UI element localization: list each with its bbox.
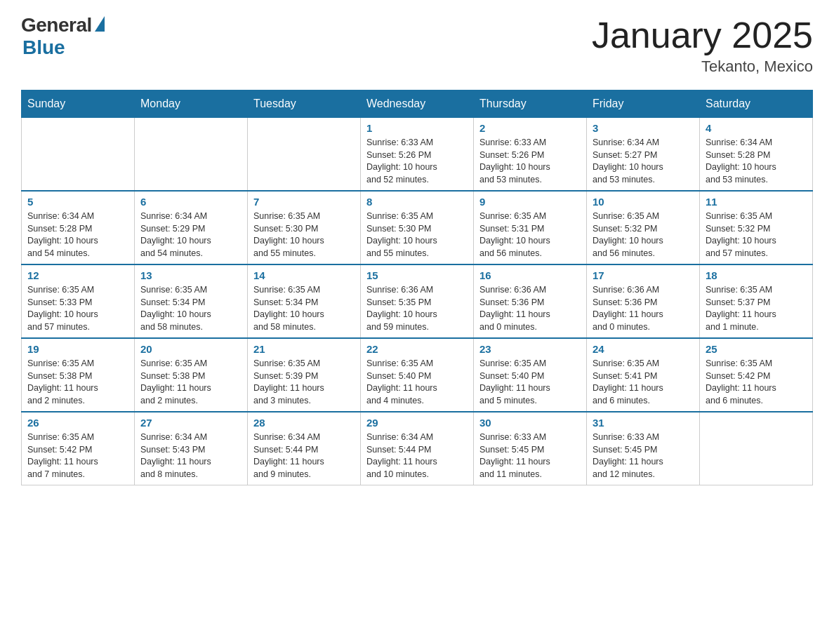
column-header-sunday: Sunday <box>22 90 135 118</box>
calendar-cell: 24Sunrise: 6:35 AM Sunset: 5:41 PM Dayli… <box>587 338 700 412</box>
calendar-cell: 9Sunrise: 6:35 AM Sunset: 5:31 PM Daylig… <box>474 191 587 264</box>
column-header-friday: Friday <box>587 90 700 118</box>
day-number: 11 <box>706 196 807 208</box>
calendar-cell: 22Sunrise: 6:35 AM Sunset: 5:40 PM Dayli… <box>361 338 474 412</box>
calendar-cell: 18Sunrise: 6:35 AM Sunset: 5:37 PM Dayli… <box>700 264 813 338</box>
day-info: Sunrise: 6:34 AM Sunset: 5:44 PM Dayligh… <box>366 431 468 481</box>
day-info: Sunrise: 6:36 AM Sunset: 5:36 PM Dayligh… <box>593 284 694 333</box>
day-number: 22 <box>366 343 468 355</box>
calendar-header-row: SundayMondayTuesdayWednesdayThursdayFrid… <box>22 90 813 118</box>
calendar-cell <box>22 118 135 192</box>
calendar-cell: 12Sunrise: 6:35 AM Sunset: 5:33 PM Dayli… <box>22 264 135 338</box>
calendar-cell: 4Sunrise: 6:34 AM Sunset: 5:28 PM Daylig… <box>700 118 813 192</box>
calendar-cell <box>248 118 361 192</box>
day-number: 9 <box>479 196 581 208</box>
calendar-table: SundayMondayTuesdayWednesdayThursdayFrid… <box>21 90 813 485</box>
day-info: Sunrise: 6:35 AM Sunset: 5:32 PM Dayligh… <box>593 210 694 260</box>
calendar-cell: 5Sunrise: 6:34 AM Sunset: 5:28 PM Daylig… <box>22 191 135 264</box>
calendar-cell: 27Sunrise: 6:34 AM Sunset: 5:43 PM Dayli… <box>135 412 248 485</box>
calendar-week-row: 12Sunrise: 6:35 AM Sunset: 5:33 PM Dayli… <box>22 264 813 338</box>
calendar-cell: 29Sunrise: 6:34 AM Sunset: 5:44 PM Dayli… <box>361 412 474 485</box>
calendar-week-row: 1Sunrise: 6:33 AM Sunset: 5:26 PM Daylig… <box>22 118 813 192</box>
calendar-week-row: 19Sunrise: 6:35 AM Sunset: 5:38 PM Dayli… <box>22 338 813 412</box>
day-info: Sunrise: 6:34 AM Sunset: 5:43 PM Dayligh… <box>140 431 241 481</box>
day-info: Sunrise: 6:35 AM Sunset: 5:42 PM Dayligh… <box>27 431 128 481</box>
calendar-week-row: 5Sunrise: 6:34 AM Sunset: 5:28 PM Daylig… <box>22 191 813 264</box>
calendar-cell: 10Sunrise: 6:35 AM Sunset: 5:32 PM Dayli… <box>587 191 700 264</box>
day-number: 16 <box>479 269 581 281</box>
day-info: Sunrise: 6:33 AM Sunset: 5:26 PM Dayligh… <box>479 137 581 186</box>
column-header-tuesday: Tuesday <box>248 90 361 118</box>
calendar-cell: 26Sunrise: 6:35 AM Sunset: 5:42 PM Dayli… <box>22 412 135 485</box>
day-number: 18 <box>706 269 807 281</box>
day-number: 14 <box>253 269 355 281</box>
day-number: 7 <box>253 196 355 208</box>
day-number: 1 <box>366 122 468 134</box>
day-number: 28 <box>253 417 355 429</box>
calendar-cell: 11Sunrise: 6:35 AM Sunset: 5:32 PM Dayli… <box>700 191 813 264</box>
calendar-cell: 28Sunrise: 6:34 AM Sunset: 5:44 PM Dayli… <box>248 412 361 485</box>
day-info: Sunrise: 6:35 AM Sunset: 5:30 PM Dayligh… <box>253 210 355 260</box>
calendar-cell: 15Sunrise: 6:36 AM Sunset: 5:35 PM Dayli… <box>361 264 474 338</box>
logo-blue-text: Blue <box>22 36 65 59</box>
day-info: Sunrise: 6:35 AM Sunset: 5:37 PM Dayligh… <box>706 284 807 333</box>
day-number: 23 <box>479 343 581 355</box>
column-header-thursday: Thursday <box>474 90 587 118</box>
calendar-cell: 13Sunrise: 6:35 AM Sunset: 5:34 PM Dayli… <box>135 264 248 338</box>
page-subtitle: Tekanto, Mexico <box>592 58 813 76</box>
day-info: Sunrise: 6:33 AM Sunset: 5:45 PM Dayligh… <box>593 431 694 481</box>
day-number: 31 <box>593 417 694 429</box>
day-number: 10 <box>593 196 694 208</box>
calendar-cell: 3Sunrise: 6:34 AM Sunset: 5:27 PM Daylig… <box>587 118 700 192</box>
day-info: Sunrise: 6:33 AM Sunset: 5:45 PM Dayligh… <box>479 431 581 481</box>
calendar-cell: 1Sunrise: 6:33 AM Sunset: 5:26 PM Daylig… <box>361 118 474 192</box>
calendar-cell: 23Sunrise: 6:35 AM Sunset: 5:40 PM Dayli… <box>474 338 587 412</box>
column-header-saturday: Saturday <box>700 90 813 118</box>
calendar-cell: 17Sunrise: 6:36 AM Sunset: 5:36 PM Dayli… <box>587 264 700 338</box>
day-info: Sunrise: 6:35 AM Sunset: 5:30 PM Dayligh… <box>366 210 468 260</box>
day-info: Sunrise: 6:35 AM Sunset: 5:31 PM Dayligh… <box>479 210 581 260</box>
day-number: 4 <box>706 122 807 134</box>
calendar-cell: 7Sunrise: 6:35 AM Sunset: 5:30 PM Daylig… <box>248 191 361 264</box>
day-info: Sunrise: 6:35 AM Sunset: 5:33 PM Dayligh… <box>27 284 128 333</box>
day-number: 29 <box>366 417 468 429</box>
day-info: Sunrise: 6:35 AM Sunset: 5:40 PM Dayligh… <box>366 358 468 407</box>
page-title: January 2025 <box>592 14 813 56</box>
day-info: Sunrise: 6:36 AM Sunset: 5:36 PM Dayligh… <box>479 284 581 333</box>
day-info: Sunrise: 6:35 AM Sunset: 5:32 PM Dayligh… <box>706 210 807 260</box>
title-section: January 2025 Tekanto, Mexico <box>592 14 813 76</box>
calendar-cell: 20Sunrise: 6:35 AM Sunset: 5:38 PM Dayli… <box>135 338 248 412</box>
day-info: Sunrise: 6:35 AM Sunset: 5:39 PM Dayligh… <box>253 358 355 407</box>
logo: General Blue <box>21 14 105 59</box>
calendar-cell: 8Sunrise: 6:35 AM Sunset: 5:30 PM Daylig… <box>361 191 474 264</box>
calendar-cell: 2Sunrise: 6:33 AM Sunset: 5:26 PM Daylig… <box>474 118 587 192</box>
day-info: Sunrise: 6:35 AM Sunset: 5:38 PM Dayligh… <box>140 358 241 407</box>
day-info: Sunrise: 6:36 AM Sunset: 5:35 PM Dayligh… <box>366 284 468 333</box>
calendar-cell: 31Sunrise: 6:33 AM Sunset: 5:45 PM Dayli… <box>587 412 700 485</box>
day-number: 20 <box>140 343 241 355</box>
calendar-cell: 21Sunrise: 6:35 AM Sunset: 5:39 PM Dayli… <box>248 338 361 412</box>
calendar-week-row: 26Sunrise: 6:35 AM Sunset: 5:42 PM Dayli… <box>22 412 813 485</box>
calendar-cell <box>135 118 248 192</box>
logo-general-text: General <box>21 14 92 36</box>
day-info: Sunrise: 6:35 AM Sunset: 5:41 PM Dayligh… <box>593 358 694 407</box>
calendar-cell: 6Sunrise: 6:34 AM Sunset: 5:29 PM Daylig… <box>135 191 248 264</box>
day-number: 6 <box>140 196 241 208</box>
calendar-cell: 16Sunrise: 6:36 AM Sunset: 5:36 PM Dayli… <box>474 264 587 338</box>
calendar-cell: 14Sunrise: 6:35 AM Sunset: 5:34 PM Dayli… <box>248 264 361 338</box>
day-number: 13 <box>140 269 241 281</box>
day-info: Sunrise: 6:34 AM Sunset: 5:29 PM Dayligh… <box>140 210 241 260</box>
day-info: Sunrise: 6:35 AM Sunset: 5:40 PM Dayligh… <box>479 358 581 407</box>
day-number: 25 <box>706 343 807 355</box>
day-number: 21 <box>253 343 355 355</box>
calendar-cell: 19Sunrise: 6:35 AM Sunset: 5:38 PM Dayli… <box>22 338 135 412</box>
calendar-cell <box>700 412 813 485</box>
day-number: 30 <box>479 417 581 429</box>
day-number: 8 <box>366 196 468 208</box>
day-info: Sunrise: 6:34 AM Sunset: 5:28 PM Dayligh… <box>706 137 807 186</box>
day-number: 27 <box>140 417 241 429</box>
day-number: 19 <box>27 343 128 355</box>
day-number: 12 <box>27 269 128 281</box>
day-number: 17 <box>593 269 694 281</box>
day-info: Sunrise: 6:35 AM Sunset: 5:34 PM Dayligh… <box>253 284 355 333</box>
